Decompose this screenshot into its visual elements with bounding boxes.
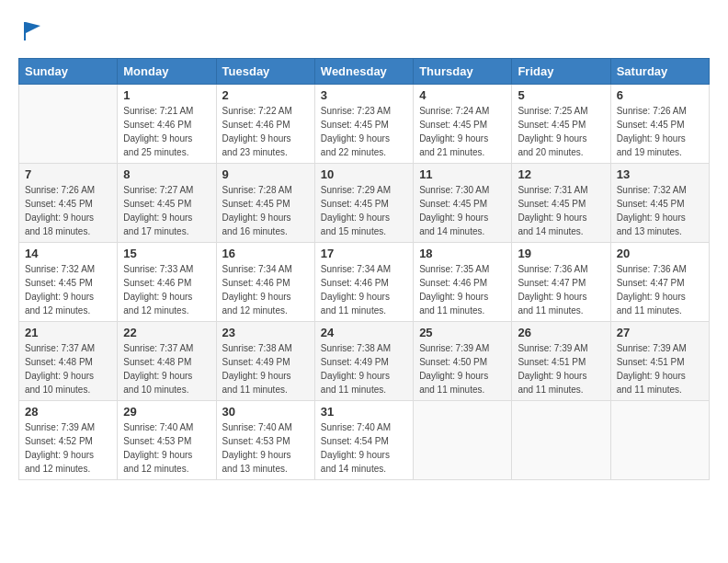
calendar-cell: 6Sunrise: 7:26 AMSunset: 4:45 PMDaylight… bbox=[610, 85, 709, 164]
day-info: Sunrise: 7:40 AMSunset: 4:53 PMDaylight:… bbox=[222, 420, 309, 476]
day-info: Sunrise: 7:39 AMSunset: 4:50 PMDaylight:… bbox=[419, 341, 506, 396]
weekday-row: SundayMondayTuesdayWednesdayThursdayFrid… bbox=[19, 59, 710, 85]
day-number: 7 bbox=[25, 167, 111, 181]
calendar-cell: 10Sunrise: 7:29 AMSunset: 4:45 PMDayligh… bbox=[314, 164, 413, 243]
calendar-cell: 9Sunrise: 7:28 AMSunset: 4:45 PMDaylight… bbox=[216, 164, 314, 243]
calendar-week-0: 1Sunrise: 7:21 AMSunset: 4:46 PMDaylight… bbox=[19, 85, 710, 164]
calendar-cell: 16Sunrise: 7:34 AMSunset: 4:46 PMDayligh… bbox=[216, 243, 314, 322]
day-info: Sunrise: 7:36 AMSunset: 4:47 PMDaylight:… bbox=[518, 262, 604, 317]
day-info: Sunrise: 7:32 AMSunset: 4:45 PMDaylight:… bbox=[25, 262, 111, 317]
day-info: Sunrise: 7:34 AMSunset: 4:46 PMDaylight:… bbox=[321, 262, 407, 317]
day-info: Sunrise: 7:30 AMSunset: 4:45 PMDaylight:… bbox=[419, 183, 506, 238]
calendar-body: 1Sunrise: 7:21 AMSunset: 4:46 PMDaylight… bbox=[19, 85, 710, 480]
day-info: Sunrise: 7:26 AMSunset: 4:45 PMDaylight:… bbox=[617, 104, 703, 159]
calendar-week-4: 28Sunrise: 7:39 AMSunset: 4:52 PMDayligh… bbox=[19, 401, 710, 480]
day-info: Sunrise: 7:29 AMSunset: 4:45 PMDaylight:… bbox=[321, 183, 407, 238]
day-number: 26 bbox=[518, 326, 604, 339]
day-number: 27 bbox=[617, 326, 703, 339]
calendar-cell: 5Sunrise: 7:25 AMSunset: 4:45 PMDaylight… bbox=[512, 85, 610, 164]
day-number: 24 bbox=[321, 326, 407, 339]
calendar-cell: 25Sunrise: 7:39 AMSunset: 4:50 PMDayligh… bbox=[414, 322, 512, 401]
calendar-cell: 8Sunrise: 7:27 AMSunset: 4:45 PMDaylight… bbox=[118, 164, 216, 243]
day-info: Sunrise: 7:36 AMSunset: 4:47 PMDaylight:… bbox=[617, 262, 703, 317]
day-number: 5 bbox=[518, 88, 604, 102]
day-number: 20 bbox=[617, 247, 703, 260]
calendar-cell: 17Sunrise: 7:34 AMSunset: 4:46 PMDayligh… bbox=[314, 243, 413, 322]
day-info: Sunrise: 7:39 AMSunset: 4:51 PMDaylight:… bbox=[617, 341, 703, 396]
day-number: 23 bbox=[222, 326, 309, 339]
day-info: Sunrise: 7:37 AMSunset: 4:48 PMDaylight:… bbox=[123, 341, 210, 396]
day-info: Sunrise: 7:28 AMSunset: 4:45 PMDaylight:… bbox=[222, 183, 309, 238]
calendar-cell: 12Sunrise: 7:31 AMSunset: 4:45 PMDayligh… bbox=[512, 164, 610, 243]
day-number: 30 bbox=[222, 405, 309, 419]
calendar-week-1: 7Sunrise: 7:26 AMSunset: 4:45 PMDaylight… bbox=[19, 164, 710, 243]
day-number: 11 bbox=[419, 167, 506, 181]
logo-flag-icon bbox=[20, 18, 46, 44]
logo bbox=[18, 18, 46, 49]
calendar-week-2: 14Sunrise: 7:32 AMSunset: 4:45 PMDayligh… bbox=[19, 243, 710, 322]
day-info: Sunrise: 7:38 AMSunset: 4:49 PMDaylight:… bbox=[321, 341, 407, 396]
weekday-header-tuesday: Tuesday bbox=[216, 59, 314, 85]
day-info: Sunrise: 7:38 AMSunset: 4:49 PMDaylight:… bbox=[222, 341, 309, 396]
calendar-cell: 29Sunrise: 7:40 AMSunset: 4:53 PMDayligh… bbox=[118, 401, 216, 480]
day-number: 15 bbox=[123, 247, 210, 260]
calendar-cell: 30Sunrise: 7:40 AMSunset: 4:53 PMDayligh… bbox=[216, 401, 314, 480]
day-info: Sunrise: 7:32 AMSunset: 4:45 PMDaylight:… bbox=[617, 183, 703, 238]
day-info: Sunrise: 7:31 AMSunset: 4:45 PMDaylight:… bbox=[518, 183, 604, 238]
calendar-cell: 13Sunrise: 7:32 AMSunset: 4:45 PMDayligh… bbox=[610, 164, 709, 243]
calendar-cell: 3Sunrise: 7:23 AMSunset: 4:45 PMDaylight… bbox=[314, 85, 413, 164]
weekday-header-friday: Friday bbox=[512, 59, 610, 85]
calendar-cell: 7Sunrise: 7:26 AMSunset: 4:45 PMDaylight… bbox=[19, 164, 118, 243]
day-info: Sunrise: 7:26 AMSunset: 4:45 PMDaylight:… bbox=[25, 183, 111, 238]
calendar-cell: 21Sunrise: 7:37 AMSunset: 4:48 PMDayligh… bbox=[19, 322, 118, 401]
day-number: 2 bbox=[222, 88, 309, 102]
day-number: 16 bbox=[222, 247, 309, 260]
day-number: 28 bbox=[25, 405, 111, 419]
day-info: Sunrise: 7:40 AMSunset: 4:54 PMDaylight:… bbox=[321, 420, 407, 476]
calendar-cell: 27Sunrise: 7:39 AMSunset: 4:51 PMDayligh… bbox=[610, 322, 709, 401]
day-number: 18 bbox=[419, 247, 506, 260]
day-number: 21 bbox=[25, 326, 111, 339]
day-number: 29 bbox=[123, 405, 210, 419]
day-info: Sunrise: 7:33 AMSunset: 4:46 PMDaylight:… bbox=[123, 262, 210, 317]
calendar-cell: 23Sunrise: 7:38 AMSunset: 4:49 PMDayligh… bbox=[216, 322, 314, 401]
day-number: 14 bbox=[25, 247, 111, 260]
day-number: 1 bbox=[123, 88, 210, 102]
day-number: 6 bbox=[617, 88, 703, 102]
calendar-cell: 15Sunrise: 7:33 AMSunset: 4:46 PMDayligh… bbox=[118, 243, 216, 322]
day-number: 9 bbox=[222, 167, 309, 181]
calendar-cell: 20Sunrise: 7:36 AMSunset: 4:47 PMDayligh… bbox=[610, 243, 709, 322]
day-info: Sunrise: 7:39 AMSunset: 4:52 PMDaylight:… bbox=[25, 420, 111, 476]
day-info: Sunrise: 7:40 AMSunset: 4:53 PMDaylight:… bbox=[123, 420, 210, 476]
day-number: 13 bbox=[617, 167, 703, 181]
svg-marker-0 bbox=[24, 22, 40, 40]
day-number: 8 bbox=[123, 167, 210, 181]
day-number: 12 bbox=[518, 167, 604, 181]
day-info: Sunrise: 7:23 AMSunset: 4:45 PMDaylight:… bbox=[321, 104, 407, 159]
calendar-cell bbox=[414, 401, 512, 480]
calendar-cell bbox=[610, 401, 709, 480]
day-number: 25 bbox=[419, 326, 506, 339]
calendar-cell: 14Sunrise: 7:32 AMSunset: 4:45 PMDayligh… bbox=[19, 243, 118, 322]
day-number: 22 bbox=[123, 326, 210, 339]
calendar-cell: 1Sunrise: 7:21 AMSunset: 4:46 PMDaylight… bbox=[118, 85, 216, 164]
weekday-header-monday: Monday bbox=[118, 59, 216, 85]
day-info: Sunrise: 7:22 AMSunset: 4:46 PMDaylight:… bbox=[222, 104, 309, 159]
calendar-cell: 18Sunrise: 7:35 AMSunset: 4:46 PMDayligh… bbox=[414, 243, 512, 322]
weekday-header-saturday: Saturday bbox=[610, 59, 709, 85]
calendar-cell: 31Sunrise: 7:40 AMSunset: 4:54 PMDayligh… bbox=[314, 401, 413, 480]
weekday-header-thursday: Thursday bbox=[414, 59, 512, 85]
weekday-header-sunday: Sunday bbox=[19, 59, 118, 85]
calendar-cell: 19Sunrise: 7:36 AMSunset: 4:47 PMDayligh… bbox=[512, 243, 610, 322]
day-info: Sunrise: 7:25 AMSunset: 4:45 PMDaylight:… bbox=[518, 104, 604, 159]
calendar-cell: 26Sunrise: 7:39 AMSunset: 4:51 PMDayligh… bbox=[512, 322, 610, 401]
day-info: Sunrise: 7:37 AMSunset: 4:48 PMDaylight:… bbox=[25, 341, 111, 396]
calendar-cell: 28Sunrise: 7:39 AMSunset: 4:52 PMDayligh… bbox=[19, 401, 118, 480]
day-number: 31 bbox=[321, 405, 407, 419]
weekday-header-wednesday: Wednesday bbox=[314, 59, 413, 85]
calendar-week-3: 21Sunrise: 7:37 AMSunset: 4:48 PMDayligh… bbox=[19, 322, 710, 401]
page-header bbox=[18, 18, 710, 49]
day-info: Sunrise: 7:39 AMSunset: 4:51 PMDaylight:… bbox=[518, 341, 604, 396]
calendar-cell: 11Sunrise: 7:30 AMSunset: 4:45 PMDayligh… bbox=[414, 164, 512, 243]
calendar-cell: 24Sunrise: 7:38 AMSunset: 4:49 PMDayligh… bbox=[314, 322, 413, 401]
